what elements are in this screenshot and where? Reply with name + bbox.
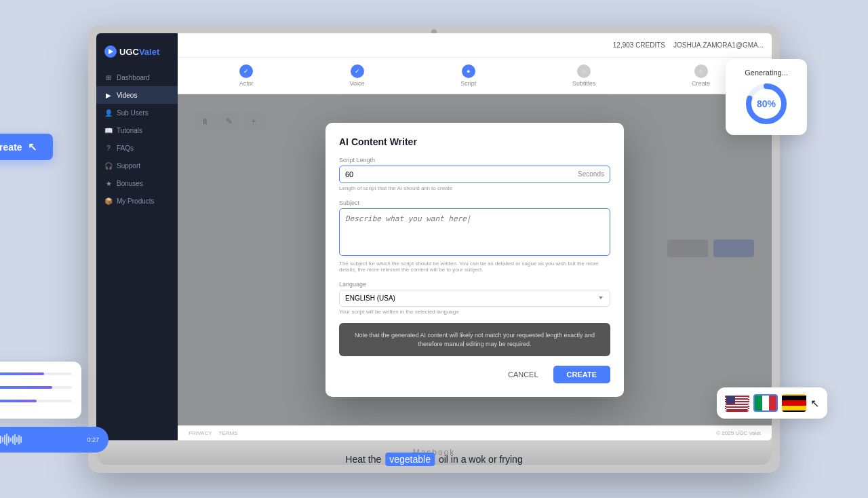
form-group-language: Language ENGLISH (USA) Your script will … (339, 281, 610, 315)
modal-ai-content-writer: AI Content Writer Script Length 60 Secon… (326, 123, 624, 397)
widget-generating: Generating... 80% (726, 59, 807, 135)
user-display: JOSHUA.ZAMORA1@GMA... (673, 41, 764, 49)
voice-item-alice: ▶ Alice (0, 383, 72, 391)
headset-icon: 🎧 (104, 161, 113, 170)
widget-audio-player: ▶ 0:27 (0, 427, 108, 453)
sidebar: UGCValet ⊞ Dashboard ▶ Videos 👤 Sub User… (96, 33, 178, 440)
widget-create-button[interactable]: Create ↖ (0, 134, 53, 160)
cancel-button[interactable]: CANCEL (500, 366, 547, 383)
laptop-shell: UGCValet ⊞ Dashboard ▶ Videos 👤 Sub User… (88, 25, 780, 473)
progress-text: 80% (745, 82, 788, 126)
modal-actions: CANCEL CREATE (339, 366, 610, 383)
flag-it[interactable] (753, 394, 778, 412)
step-label-create: Create (692, 80, 710, 87)
cursor-icon-flags: ↖ (810, 397, 819, 410)
flag-us[interactable] (725, 394, 749, 412)
step-subtitles: ○ Subtitles (572, 64, 596, 87)
sidebar-item-dashboard[interactable]: ⊞ Dashboard (96, 69, 178, 86)
language-select[interactable]: ENGLISH (USA) (339, 290, 610, 307)
subject-label: Subject (339, 199, 610, 206)
script-length-input[interactable]: 60 Seconds (339, 166, 610, 183)
voice-bar-alice (0, 386, 72, 389)
box-icon: 📦 (104, 197, 113, 205)
sidebar-logo: UGCValet (96, 41, 178, 69)
voice-item-bill: ▶ Bill (0, 397, 72, 405)
step-label-actor: Actor (239, 80, 254, 87)
flag-de[interactable] (782, 394, 806, 412)
step-script: ● Script (460, 64, 476, 87)
subject-hint: The subject for which the script should … (339, 261, 610, 273)
star-icon: ★ (104, 179, 113, 187)
steps-bar: ✓ Actor ✓ Voice ● Script ○ (178, 58, 772, 94)
language-label: Language (339, 281, 610, 288)
step-circle-subtitles: ○ (577, 64, 591, 78)
voice-bar-fill-adam (0, 372, 44, 375)
step-label-subtitles: Subtitles (572, 80, 596, 87)
caption-before: Heat the (345, 454, 381, 465)
step-circle-actor: ✓ (239, 64, 253, 78)
audio-waveform (0, 433, 81, 446)
sidebar-item-sub-users[interactable]: 👤 Sub Users (96, 104, 178, 121)
sidebar-item-tutorials[interactable]: 📖 Tutorials (96, 121, 178, 139)
subject-textarea[interactable] (339, 208, 610, 256)
users-icon: 👤 (104, 109, 113, 117)
caption-highlight: vegetable (385, 453, 435, 466)
sidebar-item-bonuses[interactable]: ★ Bonuses (96, 174, 178, 192)
app-container: UGCValet ⊞ Dashboard ▶ Videos 👤 Sub User… (96, 33, 772, 440)
content-area: ⏸ ✎ + AI Content W (178, 94, 772, 425)
footer: PRIVACY TERMS © 2025 UGC Valet (178, 425, 772, 440)
modal-title: AI Content Writer (339, 136, 610, 147)
voice-bar-fill-alice (0, 386, 52, 389)
sidebar-item-support[interactable]: 🎧 Support (96, 157, 178, 174)
terms-link[interactable]: TERMS (219, 430, 238, 436)
step-label-voice: Voice (350, 80, 365, 87)
sidebar-item-faqs[interactable]: ? FAQs (96, 139, 178, 157)
step-actor: ✓ Actor (239, 64, 254, 87)
step-circle-create: ○ (694, 64, 708, 78)
script-length-hint: Length of script that the AI should aim … (339, 185, 610, 191)
top-bar: 12,903 CREDITS JOSHUA.ZAMORA1@GMA... (178, 33, 772, 58)
caption-after: oil in a wok or frying (439, 454, 523, 465)
svg-marker-0 (108, 49, 113, 54)
widget-voice-list: ▶ Adam ▶ Alice ▶ Bill (0, 362, 81, 419)
note-text: Note that the generated AI content will … (347, 331, 602, 348)
copyright: © 2025 UGC Valet (716, 430, 761, 436)
book-icon: 📖 (104, 126, 113, 134)
step-circle-script: ● (462, 64, 475, 78)
sidebar-item-my-products[interactable]: 📦 My Products (96, 192, 178, 210)
main-content: 12,903 CREDITS JOSHUA.ZAMORA1@GMA... ✓ A… (178, 33, 772, 440)
voice-bar-fill-bill (0, 400, 37, 402)
create-button[interactable]: CREATE (553, 366, 610, 383)
sidebar-item-videos[interactable]: ▶ Videos (96, 86, 178, 104)
step-voice: ✓ Voice (350, 64, 365, 87)
logo-text: UGCValet (119, 47, 159, 57)
video-icon: ▶ (104, 91, 113, 99)
voice-item-adam: ▶ Adam (0, 370, 72, 378)
script-length-label: Script Length (339, 157, 610, 164)
progress-ring: 80% (745, 82, 788, 126)
cursor-icon: ↖ (28, 140, 37, 153)
voice-bar-bill (0, 400, 72, 402)
form-group-script-length: Script Length 60 Seconds Length of scrip… (339, 157, 610, 191)
step-label-script: Script (460, 80, 476, 87)
language-hint: Your script will be written in the selec… (339, 309, 610, 315)
step-circle-voice: ✓ (351, 64, 364, 78)
credits-display: 12,903 CREDITS (613, 41, 665, 49)
generating-title: Generating... (736, 69, 796, 77)
step-create: ○ Create (692, 64, 710, 87)
question-icon: ? (104, 144, 113, 152)
widget-flags: ↖ (717, 387, 827, 419)
audio-time: 0:27 (87, 436, 99, 443)
widget-caption: Heat the vegetable oil in a wok or fryin… (345, 453, 522, 466)
logo-icon (104, 45, 117, 58)
form-group-subject: Subject The subject for which the script… (339, 199, 610, 273)
laptop-screen: UGCValet ⊞ Dashboard ▶ Videos 👤 Sub User… (96, 33, 772, 440)
modal-overlay: AI Content Writer Script Length 60 Secon… (178, 94, 772, 425)
grid-icon: ⊞ (104, 73, 113, 81)
note-box: Note that the generated AI content will … (339, 323, 610, 356)
privacy-link[interactable]: PRIVACY (189, 430, 212, 436)
voice-bar-adam (0, 372, 72, 375)
